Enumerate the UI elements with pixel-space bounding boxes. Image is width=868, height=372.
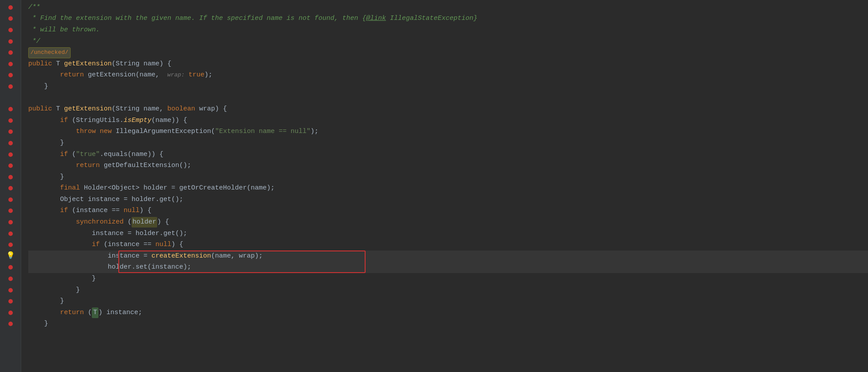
token-plain: Holder<Object> holder = getOrCreateHolde…	[80, 183, 275, 194]
gutter-line-19[interactable]	[0, 205, 21, 217]
token-plain: T	[52, 59, 64, 69]
code-line-21: instance = holder.get();	[28, 228, 868, 239]
svg-point-2	[8, 28, 13, 32]
token-plain	[28, 251, 108, 262]
token-plain: (	[84, 307, 92, 318]
gutter-line-27[interactable]	[0, 296, 21, 307]
gutter-line-18[interactable]	[0, 194, 21, 205]
unchecked-badge: /unchecked/	[28, 47, 71, 58]
gutter-line-6[interactable]	[0, 58, 21, 70]
token-plain: (String name) {	[112, 59, 171, 69]
gutter-line-26[interactable]	[0, 285, 21, 296]
code-line-15: return getDefaultExtension();	[28, 160, 868, 171]
svg-point-11	[8, 141, 13, 145]
token-keyword: return	[60, 70, 84, 80]
gutter-line-25[interactable]	[0, 273, 21, 285]
code-line-5: /unchecked/	[28, 47, 868, 58]
svg-point-19	[8, 232, 13, 236]
svg-point-10	[8, 129, 13, 134]
token-plain: (instance ==	[68, 205, 124, 216]
svg-point-13	[8, 163, 13, 168]
gutter: 💡	[0, 0, 21, 372]
gutter-line-29[interactable]	[0, 319, 21, 330]
token-plain: }	[28, 273, 96, 284]
token-plain: ) instance;	[98, 307, 142, 318]
token-keyword: if	[60, 149, 68, 160]
code-line-22: if (instance == null) {	[28, 239, 868, 251]
code-line-28: return (T) instance;	[28, 307, 868, 319]
svg-point-25	[8, 311, 13, 315]
gutter-line-28[interactable]	[0, 307, 21, 319]
code-area[interactable]: /** * Find the extension with the given …	[21, 0, 868, 372]
gutter-line-8[interactable]	[0, 81, 21, 92]
token-method: getExtension	[64, 104, 112, 114]
gutter-line-4[interactable]	[0, 36, 21, 47]
token-keyword: true	[189, 70, 204, 80]
svg-point-0	[8, 5, 13, 10]
token-keyword: if	[92, 239, 100, 250]
token-holder-hl: holder	[132, 217, 157, 228]
token-plain	[28, 217, 76, 228]
gutter-line-7[interactable]	[0, 70, 21, 81]
token-plain: getDefaultExtension();	[100, 160, 191, 171]
gutter-line-15[interactable]	[0, 160, 21, 171]
token-method-italic: isEmpty	[124, 115, 151, 126]
token-comment: */	[28, 36, 40, 47]
code-line-20: synchronized (holder) {	[28, 216, 868, 228]
code-line-17: final Holder<Object> holder = getOrCreat…	[28, 183, 868, 194]
code-line-12: throw new IllegalArgumentException("Exte…	[28, 126, 868, 138]
gutter-line-16[interactable]	[0, 171, 21, 183]
code-line-6: public T getExtension(String name) {	[28, 58, 868, 70]
gutter-line-20[interactable]	[0, 216, 21, 228]
token-keyword: public	[28, 104, 52, 114]
svg-point-22	[8, 277, 13, 281]
code-line-2: * Find the extension with the given name…	[28, 13, 868, 25]
code-line-9	[28, 92, 868, 104]
token-comment-2: the specified name is not found, then {	[207, 13, 366, 24]
bulb-icon[interactable]: 💡	[6, 251, 15, 262]
gutter-line-24[interactable]	[0, 262, 21, 273]
token-plain: (name, wrap);	[211, 251, 263, 262]
token-plain: IllegalArgumentException(	[112, 126, 215, 137]
svg-point-18	[8, 220, 13, 224]
gutter-line-14[interactable]	[0, 149, 21, 160]
token-keyword: throw	[76, 126, 96, 137]
gutter-line-23-bulb[interactable]: 💡	[0, 251, 21, 262]
token-plain: Object instance = holder.get();	[28, 194, 183, 205]
gutter-line-9[interactable]	[0, 92, 21, 104]
token-string: "true"	[76, 149, 100, 160]
token-keyword: new	[100, 126, 112, 137]
token-comment-3: IllegalStateException}	[386, 13, 477, 24]
token-plain: (name)) {	[151, 115, 187, 126]
token-if: If	[199, 13, 207, 24]
token-keyword: return	[60, 307, 84, 318]
token-plain: ) {	[171, 239, 183, 250]
gutter-line-11[interactable]	[0, 115, 21, 126]
svg-point-3	[8, 39, 13, 44]
svg-point-16	[8, 197, 13, 202]
code-line-7: return getExtension(name, wrap: true);	[28, 70, 868, 81]
gutter-line-17[interactable]	[0, 183, 21, 194]
gutter-line-1[interactable]	[0, 2, 21, 13]
gutter-line-22[interactable]	[0, 239, 21, 251]
gutter-line-5[interactable]	[0, 47, 21, 58]
token-plain: (String name,	[112, 104, 167, 114]
svg-point-26	[8, 322, 13, 326]
gutter-line-2[interactable]	[0, 13, 21, 25]
svg-point-6	[8, 73, 13, 77]
token-plain: instance = holder.get();	[28, 228, 187, 239]
token-plain: wrap) {	[195, 104, 227, 114]
gutter-line-21[interactable]	[0, 228, 21, 239]
token-plain	[28, 307, 60, 318]
token-method: getExtension	[64, 59, 112, 69]
svg-point-1	[8, 16, 13, 21]
svg-point-8	[8, 107, 13, 111]
gutter-line-13[interactable]	[0, 137, 21, 149]
code-line-4: */	[28, 36, 868, 47]
token-link: @link	[366, 13, 386, 24]
gutter-line-3[interactable]	[0, 24, 21, 36]
token-keyword: null	[155, 239, 171, 250]
token-instance: instance =	[108, 251, 151, 262]
gutter-line-12[interactable]	[0, 126, 21, 138]
gutter-line-10[interactable]	[0, 103, 21, 115]
